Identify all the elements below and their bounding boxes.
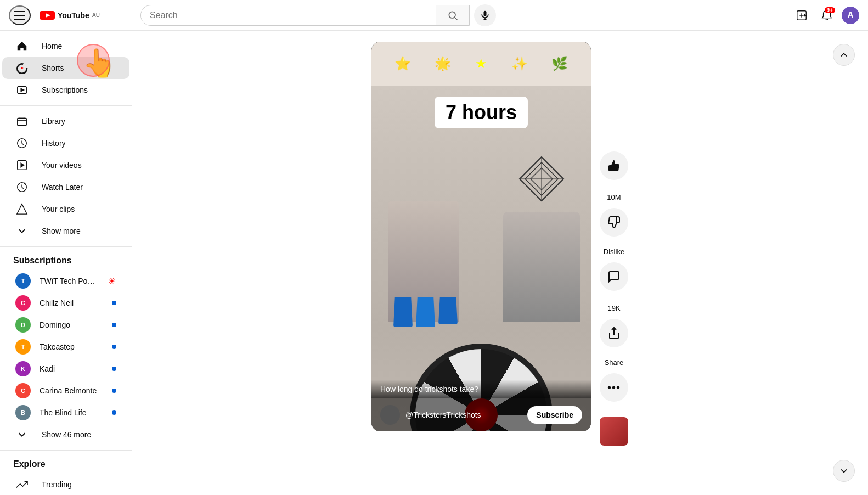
- comment-icon: [607, 270, 621, 283]
- subscription-item-chillz[interactable]: C Chillz Neil: [2, 292, 129, 314]
- channel-bar: @TrickstersTrickshots Subscribe: [371, 398, 591, 431]
- notification-dot-blind-life: [112, 410, 116, 415]
- notifications-button[interactable]: 9+: [816, 5, 837, 26]
- subscription-avatar-carina: C: [15, 383, 31, 398]
- subscription-item-blind-life[interactable]: B The Blind Life: [2, 402, 129, 424]
- header-center: [140, 4, 791, 26]
- subscription-item-kadi[interactable]: K Kadi: [2, 358, 129, 380]
- caption-text: How long do trickshots take?: [380, 385, 478, 393]
- notification-dot-domingo: [112, 323, 116, 327]
- comment-count: 19K: [607, 304, 620, 312]
- dislike-label: Dislike: [604, 248, 624, 256]
- notification-dot-takeastep: [112, 345, 116, 349]
- channel-avatar: [380, 405, 400, 425]
- main-content: ⭐ 🌟 ★ ✨ 🌿 7 hours: [132, 31, 868, 495]
- svg-rect-5: [484, 10, 487, 16]
- notification-dot-chillz: [112, 301, 116, 305]
- subscription-label-chillz: Chillz Neil: [40, 299, 103, 307]
- next-video-thumbnail[interactable]: [600, 417, 628, 446]
- more-button[interactable]: •••: [600, 373, 628, 402]
- subscription-label-kadi: Kadi: [40, 364, 103, 373]
- caption-bar: How long do trickshots take?: [371, 380, 591, 398]
- sidebar-item-history[interactable]: History: [2, 132, 129, 154]
- history-label: History: [42, 139, 66, 148]
- your-clips-icon: [15, 203, 29, 216]
- search-input[interactable]: [141, 6, 436, 25]
- sidebar-item-trending[interactable]: Trending: [2, 474, 129, 495]
- shorts-area: ⭐ 🌟 ★ ✨ 🌿 7 hours: [371, 31, 628, 495]
- subscriptions-icon: [15, 83, 29, 97]
- share-label: Share: [605, 358, 624, 367]
- video-ceiling: ⭐ 🌟 ★ ✨ 🌿: [371, 42, 591, 86]
- create-button[interactable]: [791, 5, 812, 26]
- dislike-icon: [607, 216, 621, 229]
- comment-button[interactable]: [600, 262, 628, 291]
- video-frame: ⭐ 🌟 ★ ✨ 🌿 7 hours: [371, 42, 591, 431]
- subscription-label-domingo: Domingo: [40, 320, 103, 329]
- subscription-avatar-twit: T: [15, 273, 31, 289]
- your-clips-label: Your clips: [42, 205, 75, 213]
- subscriptions-label: Subscriptions: [42, 86, 88, 94]
- cups-area: [393, 297, 458, 327]
- subscription-label-carina: Carina Belmonte: [40, 386, 103, 395]
- sidebar-item-shorts[interactable]: Shorts: [2, 57, 129, 79]
- channel-name: @TrickstersTrickshots: [405, 410, 481, 419]
- shorts-video-card[interactable]: ⭐ 🌟 ★ ✨ 🌿 7 hours: [371, 42, 591, 431]
- wall-art: [514, 151, 569, 217]
- sidebar-item-home[interactable]: Home: [2, 35, 129, 57]
- chevron-down-scroll-icon: [838, 465, 849, 476]
- show-more-button[interactable]: Show more: [2, 220, 129, 242]
- svg-marker-18: [21, 163, 24, 167]
- video-actions: 10M Dislike 19K Share: [600, 42, 628, 446]
- sidebar-item-subscriptions[interactable]: Subscriptions: [2, 79, 129, 101]
- sidebar-item-your-clips[interactable]: Your clips: [2, 198, 129, 220]
- live-icon: [108, 277, 116, 285]
- scroll-up-button[interactable]: [833, 44, 855, 66]
- logo[interactable]: YouTube AU: [40, 10, 100, 21]
- svg-text:YouTube: YouTube: [58, 11, 89, 20]
- subscription-avatar-domingo: D: [15, 317, 31, 333]
- svg-marker-13: [21, 88, 24, 92]
- star-1: ⭐: [394, 56, 411, 71]
- mic-button[interactable]: [474, 4, 496, 26]
- cup-1: [393, 297, 413, 327]
- home-icon: [15, 40, 29, 53]
- subscription-avatar-chillz: C: [15, 295, 31, 311]
- region-badge: AU: [92, 12, 100, 18]
- channel-info: @TrickstersTrickshots: [380, 405, 481, 425]
- subscription-item-carina[interactable]: C Carina Belmonte: [2, 380, 129, 402]
- star-5: 🌿: [551, 56, 568, 71]
- like-count: 10M: [607, 193, 621, 201]
- trending-icon: [15, 478, 29, 491]
- search-icon: [447, 10, 458, 21]
- youtube-logo-icon: YouTube: [40, 10, 89, 21]
- sidebar-item-library[interactable]: Library: [2, 110, 129, 132]
- header-left: YouTube AU: [9, 5, 140, 25]
- subscription-item-twit[interactable]: T TWiT Tech Podc...: [2, 270, 129, 292]
- show-more-subs-button[interactable]: Show 46 more: [2, 424, 129, 446]
- dislike-button[interactable]: [600, 208, 628, 237]
- search-button[interactable]: [436, 5, 469, 25]
- chevron-up-icon: [838, 49, 849, 60]
- menu-button[interactable]: [9, 5, 31, 25]
- sidebar-item-your-videos[interactable]: Your videos: [2, 154, 129, 176]
- subscription-item-domingo[interactable]: D Domingo: [2, 314, 129, 336]
- your-videos-label: Your videos: [42, 161, 82, 170]
- like-button[interactable]: [600, 151, 628, 180]
- sidebar-item-watch-later[interactable]: Watch Later: [2, 176, 129, 198]
- sidebar: Home Shorts Subscriptions Library: [0, 31, 132, 495]
- svg-rect-14: [18, 119, 27, 126]
- explore-title: Explore: [0, 455, 132, 474]
- subscribe-button[interactable]: Subscribe: [527, 406, 582, 424]
- star-2: 🌟: [435, 56, 451, 71]
- star-3: ★: [475, 56, 487, 71]
- subscriptions-title: Subscriptions: [0, 251, 132, 270]
- scroll-down-button[interactable]: [833, 460, 855, 482]
- watch-later-icon: [15, 181, 29, 194]
- subscription-item-takeastep[interactable]: T Takeastep: [2, 336, 129, 358]
- chevron-down-icon: [15, 224, 29, 238]
- user-avatar[interactable]: A: [842, 7, 859, 24]
- share-button[interactable]: [600, 319, 628, 347]
- your-videos-icon: [15, 159, 29, 172]
- svg-point-3: [449, 12, 455, 18]
